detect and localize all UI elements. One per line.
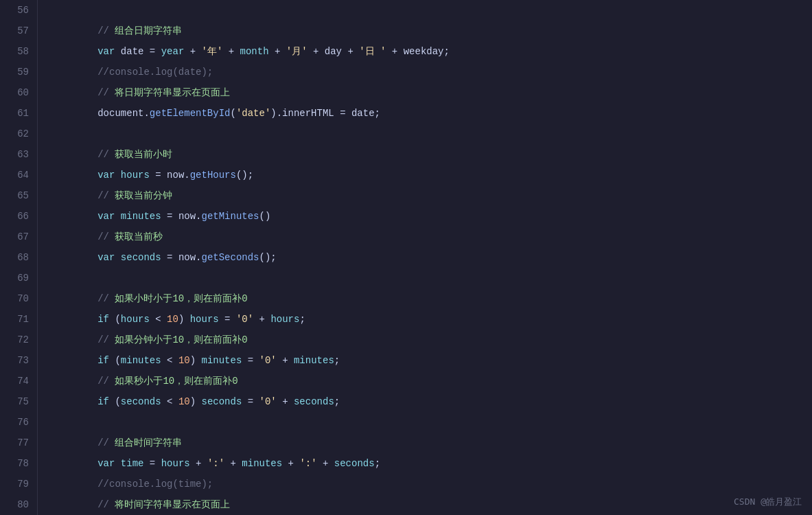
line-num-72: 72 xyxy=(5,330,29,350)
line-num-60: 60 xyxy=(5,82,29,103)
line-num-73: 73 xyxy=(5,350,29,371)
line-num-78: 78 xyxy=(5,453,29,474)
code-line-71: if (hours < 10) hours = '0' + hours; xyxy=(51,309,812,330)
code-line-79: //console.log(time); xyxy=(51,474,812,494)
line-num-56: 56 xyxy=(5,0,29,21)
line-num-66: 66 xyxy=(5,206,29,227)
code-line-66: var minutes = now.getMinutes() xyxy=(51,206,812,227)
line-num-63: 63 xyxy=(5,144,29,165)
comment-57: // xyxy=(51,21,115,41)
code-line-75: if (seconds < 10) seconds = '0' + second… xyxy=(51,391,812,412)
line-num-59: 59 xyxy=(5,62,29,82)
code-line-56 xyxy=(51,0,812,21)
line-num-76: 76 xyxy=(5,412,29,433)
code-line-67: // 获取当前秒 xyxy=(51,227,812,247)
code-line-61: document.getElementById('date').innerHTM… xyxy=(51,103,812,124)
code-line-65: // 获取当前分钟 xyxy=(51,185,812,206)
code-line-64: var hours = now.getHours(); xyxy=(51,165,812,185)
line-num-79: 79 xyxy=(5,474,29,494)
line-num-69: 69 xyxy=(5,268,29,288)
code-content: 56 57 58 59 60 61 62 63 64 65 66 67 68 6… xyxy=(0,0,812,515)
indent-58 xyxy=(51,41,97,62)
code-line-63: // 获取当前小时 xyxy=(51,144,812,165)
line-num-61: 61 xyxy=(5,103,29,124)
code-editor: 56 57 58 59 60 61 62 63 64 65 66 67 68 6… xyxy=(0,0,812,515)
line-num-68: 68 xyxy=(5,247,29,268)
line-num-77: 77 xyxy=(5,433,29,453)
comment-chinese-57: 组合日期字符串 xyxy=(115,21,182,41)
code-line-77: // 组合时间字符串 xyxy=(51,433,812,453)
watermark: CSDN @皓月盈江 xyxy=(734,496,802,508)
code-line-80: // 将时间字符串显示在页面上 xyxy=(51,494,812,515)
code-line-68: var seconds = now.getSeconds(); xyxy=(51,247,812,268)
line-num-71: 71 xyxy=(5,309,29,330)
line-numbers: 56 57 58 59 60 61 62 63 64 65 66 67 68 6… xyxy=(0,0,38,515)
comment-59: //console.log(date); xyxy=(97,62,213,82)
code-line-74: // 如果秒小于10，则在前面补0 xyxy=(51,371,812,391)
code-line-62 xyxy=(51,124,812,144)
line-num-67: 67 xyxy=(5,227,29,247)
line-num-57: 57 xyxy=(5,21,29,41)
code-line-78: var time = hours + ':' + minutes + ':' +… xyxy=(51,453,812,474)
line-num-74: 74 xyxy=(5,371,29,391)
code-line-57: // 组合日期字符串 xyxy=(51,21,812,41)
code-line-60: // 将日期字符串显示在页面上 xyxy=(51,82,812,103)
line-num-80: 80 xyxy=(5,494,29,515)
code-lines: // 组合日期字符串 var date = year + '年' + month… xyxy=(38,0,812,515)
code-line-70: // 如果小时小于10，则在前面补0 xyxy=(51,288,812,309)
line-num-58: 58 xyxy=(5,41,29,62)
line-num-62: 62 xyxy=(5,124,29,144)
code-line-58: var date = year + '年' + month + '月' + da… xyxy=(51,41,812,62)
kw-var-58: var xyxy=(97,41,115,62)
line-num-70: 70 xyxy=(5,288,29,309)
var-year: year xyxy=(161,41,185,62)
code-line-73: if (minutes < 10) minutes = '0' + minute… xyxy=(51,350,812,371)
code-line-69 xyxy=(51,268,812,288)
line-num-65: 65 xyxy=(5,185,29,206)
var-month: month xyxy=(240,41,269,62)
line-num-75: 75 xyxy=(5,391,29,412)
code-line-72: // 如果分钟小于10，则在前面补0 xyxy=(51,330,812,350)
code-line-76 xyxy=(51,412,812,433)
code-line-59: //console.log(date); xyxy=(51,62,812,82)
line-num-64: 64 xyxy=(5,165,29,185)
